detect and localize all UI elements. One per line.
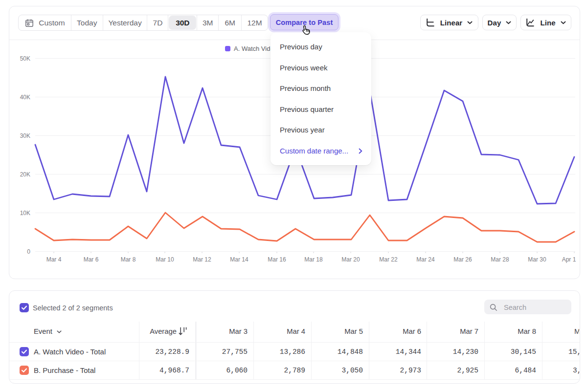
svg-text:30K: 30K — [20, 132, 30, 139]
svg-text:50K: 50K — [20, 55, 30, 62]
svg-text:10K: 10K — [20, 210, 30, 217]
svg-text:Mar 10: Mar 10 — [156, 256, 174, 263]
svg-text:Apr 1: Apr 1 — [562, 256, 576, 263]
svg-text:Mar 8: Mar 8 — [121, 256, 136, 263]
svg-text:20K: 20K — [20, 171, 30, 178]
svg-text:Mar 4: Mar 4 — [46, 256, 62, 263]
svg-text:Mar 22: Mar 22 — [379, 256, 398, 263]
svg-text:Mar 24: Mar 24 — [416, 256, 435, 263]
svg-text:Mar 28: Mar 28 — [491, 256, 509, 263]
svg-text:40K: 40K — [20, 94, 30, 101]
svg-text:Mar 20: Mar 20 — [341, 256, 360, 263]
svg-text:Mar 26: Mar 26 — [453, 256, 472, 263]
svg-text:Mar 6: Mar 6 — [84, 256, 99, 263]
svg-text:0: 0 — [27, 248, 30, 255]
svg-text:Mar 12: Mar 12 — [193, 256, 211, 263]
svg-text:Mar 30: Mar 30 — [528, 256, 546, 263]
svg-text:Mar 16: Mar 16 — [268, 256, 286, 263]
svg-text:Mar 18: Mar 18 — [304, 256, 323, 263]
svg-text:Mar 14: Mar 14 — [230, 256, 248, 263]
